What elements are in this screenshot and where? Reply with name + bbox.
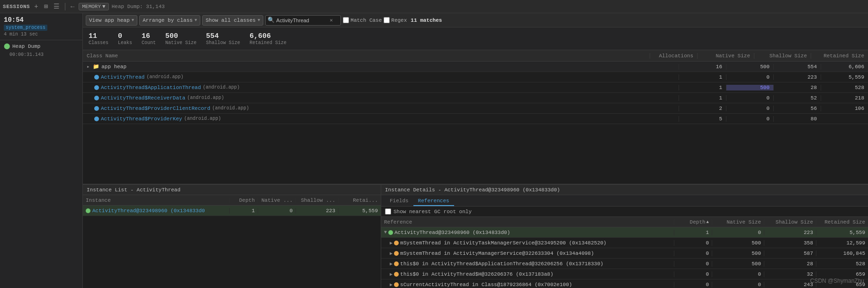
ref-native: 0	[712, 230, 764, 235]
list-item[interactable]: ▶ sCurrentActivityThread in Class@187923…	[381, 279, 868, 288]
leaks-value: 0	[118, 32, 122, 40]
back-icon[interactable]: ←	[69, 2, 76, 11]
list-item[interactable]: ▶ mSystemThread in ActivityTaskManagerSe…	[381, 238, 868, 248]
class-shallow-size: 223	[773, 74, 821, 80]
class-name-cell: ActivityThread$ProviderClientRecord (and…	[83, 106, 679, 111]
view-app-heap-arrow-icon: ▼	[132, 18, 134, 23]
stat-native-size: 500 Native Size	[165, 32, 197, 45]
native-size-label: Native Size	[165, 40, 197, 45]
ref-name-cell: ▶ mSystemThread in ActivityManagerServic…	[381, 251, 674, 256]
regex-checkbox[interactable]	[384, 17, 390, 23]
count-label: Count	[142, 40, 156, 45]
native-size-value: 500	[165, 32, 178, 40]
class-native-size: 0	[726, 95, 773, 101]
search-input[interactable]	[276, 18, 328, 23]
instance-name: ActivityThread@323498960 (0x134833d0	[92, 208, 205, 214]
expand-icon[interactable]: ▶	[390, 240, 393, 246]
table-row[interactable]: ▸ 📁 app heap 16 500 554 6,606	[83, 62, 868, 72]
search-clear-icon[interactable]: ✕	[330, 17, 333, 23]
search-icon: 🔍	[268, 17, 275, 24]
shallow-size-label: Shallow Size	[206, 40, 240, 45]
list-icon[interactable]: ☰	[52, 1, 61, 11]
tab-fields[interactable]: Fields	[385, 197, 413, 206]
match-case-checkbox-label[interactable]: Match Case	[343, 17, 382, 23]
expand-icon[interactable]: ▶	[390, 271, 393, 277]
session-process: system_process	[4, 25, 47, 31]
class-native-size: 500	[726, 64, 773, 70]
stat-retained-size: 6,606 Retained Size	[250, 32, 286, 45]
class-name-cell: ActivityThread$ReceiverData (android.app…	[83, 95, 679, 101]
list-item[interactable]: ActivityThread@323498960 (0x134833d0 1 0…	[83, 206, 381, 216]
table-row[interactable]: ActivityThread$ReceiverData (android.app…	[83, 93, 868, 103]
class-shallow-size: 28	[773, 85, 821, 90]
class-native-size: 0	[726, 74, 773, 80]
instance-circle-icon	[86, 208, 90, 213]
session-time: 10:54	[4, 16, 79, 24]
expand-icon[interactable]: ▶	[390, 282, 393, 288]
search-box[interactable]: 🔍 ✕	[265, 15, 341, 26]
show-gc-root-checkbox[interactable]	[385, 208, 391, 215]
class-shallow-size: 80	[773, 116, 821, 122]
details-tabs: Fields References	[381, 195, 868, 207]
class-shallow-size: 56	[773, 106, 821, 111]
tab-references[interactable]: References	[413, 197, 454, 206]
ref-circle-icon	[394, 282, 399, 287]
sort-arrow-icon: ▲	[707, 220, 709, 225]
class-native-size: 0	[726, 106, 773, 111]
instance-native: 0	[258, 208, 295, 214]
table-row[interactable]: ActivityThread$ApplicationThread (androi…	[83, 82, 868, 93]
ref-col-header-native: Native Size	[712, 219, 764, 225]
ref-name: this$0 in ActivityThread$H@326206376 (0x…	[400, 271, 553, 277]
ref-name-cell: ▶ sCurrentActivityThread in Class@187923…	[381, 282, 674, 288]
sidebar-item-heap-dump[interactable]: ⬤ Heap Dump	[0, 40, 82, 52]
show-all-classes-dropdown[interactable]: Show all classes ▼	[202, 15, 263, 26]
instance-depth: 1	[229, 208, 258, 214]
stat-leaks: 0 Leaks	[118, 32, 132, 45]
heap-dump-item-label: Heap Dump	[12, 44, 40, 49]
ref-native: 0	[712, 282, 764, 288]
expand-icon[interactable]: ▼	[384, 230, 387, 235]
view-app-heap-dropdown[interactable]: View app heap ▼	[86, 15, 137, 26]
arrange-by-class-dropdown[interactable]: Arrange by class ▼	[139, 15, 200, 26]
toolbar: View app heap ▼ Arrange by class ▼ Show …	[83, 13, 868, 27]
list-item[interactable]: ▼ ActivityThread@323498960 (0x134833d0) …	[381, 227, 868, 238]
class-allocations: 1	[679, 85, 726, 90]
ref-retained: 528	[816, 261, 868, 267]
ref-shallow: 587	[764, 251, 816, 256]
ref-depth: 0	[674, 240, 712, 246]
table-row[interactable]: ActivityThread (android.app) 1 0 223 5,5…	[83, 72, 868, 82]
memory-dropdown[interactable]: MEMORY ▼	[79, 3, 108, 10]
ref-col-header-depth: Depth ▲	[674, 219, 712, 225]
class-name-cell: ActivityThread$ApplicationThread (androi…	[83, 85, 679, 90]
sessions-label: SESSIONS	[3, 4, 30, 9]
add-icon[interactable]: +	[33, 2, 39, 11]
instance-cell: ActivityThread@323498960 (0x134833d0	[83, 208, 229, 214]
expand-icon[interactable]: ▶	[390, 261, 393, 267]
arrange-by-class-arrow-icon: ▼	[195, 18, 197, 23]
grid-icon[interactable]: ⊞	[43, 1, 49, 11]
regex-label: Regex	[391, 18, 407, 23]
col-header-native-size: Native Size	[698, 53, 754, 59]
ref-table-body: ▼ ActivityThread@323498960 (0x134833d0) …	[381, 227, 868, 288]
ref-name: mSystemThread in ActivityTaskManagerServ…	[400, 240, 607, 246]
details-title: Instance Details - ActivityThread@323498…	[385, 187, 560, 193]
match-case-label: Match Case	[350, 18, 382, 23]
ref-name-cell: ▶ this$0 in ActivityThread$ApplicationTh…	[381, 261, 674, 267]
list-item[interactable]: ▶ mSystemThread in ActivityManagerServic…	[381, 248, 868, 259]
regex-checkbox-label[interactable]: Regex	[384, 17, 407, 23]
col-header-classname: Class Name	[83, 53, 650, 59]
col-header-shallow-size: Shallow Size	[754, 53, 811, 59]
table-row[interactable]: ActivityThread$ProviderKey (android.app)…	[83, 114, 868, 124]
class-name-pkg: (android.app)	[203, 85, 240, 90]
list-item[interactable]: ▶ this$0 in ActivityThread$H@326206376 (…	[381, 269, 868, 279]
list-item[interactable]: ▶ this$0 in ActivityThread$ApplicationTh…	[381, 259, 868, 269]
class-name-pkg: (android.app)	[212, 106, 249, 111]
col-header-retained-size: Retained Size	[811, 53, 868, 59]
match-case-checkbox[interactable]	[343, 17, 349, 23]
expand-icon[interactable]: ▶	[390, 251, 393, 256]
ref-native: 500	[712, 251, 764, 256]
class-retained-size: 106	[821, 106, 868, 111]
ref-name-cell: ▶ this$0 in ActivityThread$H@326206376 (…	[381, 271, 674, 277]
class-name-pkg: (android.app)	[146, 74, 183, 80]
table-row[interactable]: ActivityThread$ProviderClientRecord (and…	[83, 103, 868, 114]
